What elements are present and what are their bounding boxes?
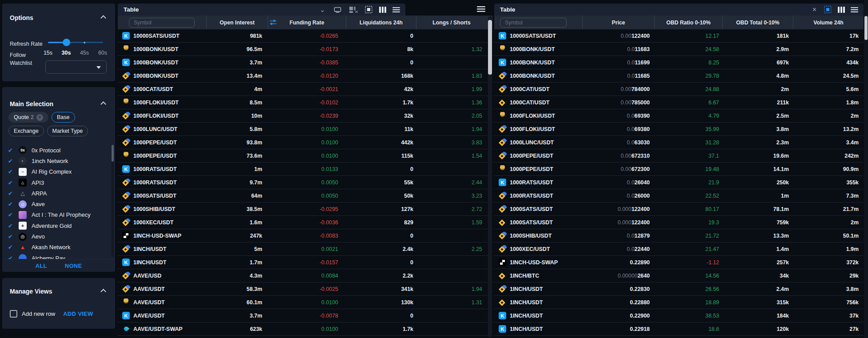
checkbox-checked-icon[interactable]: ✔ — [8, 158, 17, 164]
right-symbol-filter-input[interactable] — [500, 18, 567, 28]
table-row[interactable]: 1000SHIB/USDT0.01287921.7213.3m50.1m — [494, 229, 864, 243]
table-row[interactable]: 1000CAT/USDT4m-0.002142k1.99 — [118, 83, 492, 96]
table-row[interactable]: AAVE/USDT3.7m-0.00780 — [118, 309, 492, 322]
checkbox-checked-icon[interactable]: ✔ — [8, 233, 17, 240]
heatmap-view-icon[interactable] — [365, 6, 372, 13]
tick-60s[interactable]: 60s — [96, 50, 110, 56]
table-row[interactable]: 1000RATS/USDT9.7m0.005055k2.44 — [118, 176, 492, 189]
table-row[interactable]: 1000PEPE/USDT93.8m0.0100442k3.83 — [118, 136, 492, 149]
select-all-button[interactable]: ALL — [36, 262, 47, 269]
coin-list-item[interactable]: ✔⌣AI Rig Complex — [2, 167, 111, 177]
table-row[interactable]: 1000CAT/USDT0.0078400024.882m5.6m — [494, 83, 864, 96]
table-row[interactable]: AAVE/USD4.3m0.00842.2k — [118, 269, 492, 282]
table-row[interactable]: 1INCH-USD-SWAP0.22890-1.12257k372k — [494, 256, 864, 269]
longs-shorts-header[interactable]: Longs / Shorts — [416, 16, 487, 29]
layout-remove-icon[interactable] — [349, 6, 359, 13]
volume-header[interactable]: Volume 24h — [793, 16, 864, 29]
table-row[interactable]: 1INCH/USDT5m0.00212.4k2.25 — [118, 243, 492, 256]
coin-list-item[interactable]: ✔◐1inch Network — [2, 155, 111, 166]
chip-market-type[interactable]: Market Type — [47, 126, 88, 136]
columns-view-icon[interactable] — [379, 6, 386, 13]
refresh-rate-slider[interactable] — [48, 38, 103, 46]
checkbox-checked-icon[interactable]: ✔ — [8, 201, 17, 207]
funding-filter-icon[interactable] — [270, 20, 276, 27]
table-row[interactable]: 10000SATS/USDT981k-0.02650 — [118, 29, 492, 43]
table-row[interactable]: 1000PEPE/USDT0.0067231037.119.6m242m — [494, 149, 864, 163]
coin-list-item[interactable]: ✔△API3 — [2, 177, 111, 188]
checkbox-checked-icon[interactable]: ✔ — [8, 190, 17, 197]
checkbox-checked-icon[interactable]: ✔ — [8, 211, 17, 218]
table-row[interactable]: 1000FLOKI/USDT8.5m-0.01021.7k1.36 — [118, 96, 492, 109]
table-row[interactable]: 1000FLOKI/USDT0.06938035.993.8m13.2m — [494, 123, 864, 136]
checkbox-checked-icon[interactable]: ✔ — [8, 255, 17, 259]
table-row[interactable]: 1000CAT/USDT0.007850006.67211k1.8m — [494, 96, 864, 109]
slider-handle[interactable] — [63, 39, 70, 46]
coin-list-item[interactable]: ✔+Adventure Gold — [2, 220, 111, 231]
monitor-icon[interactable] — [334, 6, 341, 13]
table-row[interactable]: AAVE/USDT-SWAP623k0.01001.7k — [118, 322, 492, 336]
chip-base[interactable]: Base — [52, 112, 75, 123]
checkbox-checked-icon[interactable]: ✔ — [8, 147, 17, 154]
add-new-row-checkbox[interactable] — [10, 310, 17, 318]
coin-list-item[interactable]: ✔△ARPA — [2, 188, 111, 199]
collapse-main-selection-icon[interactable] — [100, 101, 106, 107]
open-interest-header[interactable]: Open Interest — [206, 16, 268, 29]
table-row[interactable]: 1000BONK/USDT96.5m-0.01738k1.32 — [118, 43, 492, 56]
table-row[interactable]: 1INCH/USDT0.2288018.89315k756k — [494, 296, 864, 309]
liquidations-header[interactable]: Liquidations 24h — [346, 16, 416, 29]
table-row[interactable]: 1INCH/USDT0.2291818.8120k27k — [494, 322, 864, 336]
menu-icon[interactable] — [392, 6, 400, 13]
tick-45s[interactable]: 45s — [77, 50, 92, 56]
tick-30s[interactable]: 30s — [59, 50, 73, 56]
checkbox-checked-icon[interactable]: ✔ — [8, 168, 17, 175]
page-scrollbar-thumb[interactable] — [864, 16, 868, 40]
table-row[interactable]: 1000RATS/USDT1m0.01330 — [118, 163, 492, 176]
checkbox-checked-icon[interactable]: ✔ — [8, 244, 17, 251]
table-row[interactable]: 1INCH-USD-SWAP247k-0.00830 — [118, 229, 492, 243]
add-view-button[interactable]: ADD VIEW — [63, 310, 93, 317]
table-row[interactable]: 1000LUNC/USDT0.06303031.282.3m3.4m — [494, 136, 864, 149]
follow-watchlist-select[interactable] — [45, 60, 107, 74]
table-row[interactable]: 1000BONK/USDT0.01168529.784.8m24.5m — [494, 69, 864, 83]
table-row[interactable]: 1INCH/USDT0.2290038.53184k37k — [494, 309, 864, 322]
table-row[interactable]: 1000FLOKI/USDT0.0693904.792.5m2m — [494, 109, 864, 123]
table-row[interactable]: 1000SATS/USDT64m0.005050k3.23 — [118, 189, 492, 203]
table-row[interactable]: 10000SATS/USDT0.0012240012.17181k17k — [494, 29, 864, 43]
table-row[interactable]: 1000BONK/USDT3.7m-0.03850 — [118, 56, 492, 69]
chip-remove-icon[interactable]: ✕ — [36, 114, 43, 121]
price-header[interactable]: Price — [582, 16, 654, 29]
close-icon[interactable]: ✕ — [811, 6, 818, 13]
chip-quote[interactable]: Quote 2 ✕ — [8, 112, 48, 123]
coin-list-item[interactable]: ✔◎Aevo — [2, 231, 111, 242]
table-row[interactable]: 1000BONK/USDT0.01168324.582.9m7.2m — [494, 43, 864, 56]
mid-symbol-filter-input[interactable] — [129, 18, 195, 28]
obd-total-header[interactable]: OBD Total 0-10% — [722, 16, 793, 29]
coin-list-scrollbar-thumb[interactable] — [112, 145, 114, 162]
tick-15s[interactable]: 15s — [41, 50, 55, 56]
table-row[interactable]: 1000SATS/USDT0.00012240019.3759k2m — [494, 216, 864, 229]
table-row[interactable]: 1000SHIB/USDT38.5m-0.0295127k2.72 — [118, 203, 492, 216]
table-row[interactable]: 1000PEPE/USDT0.0067230019.4814.1m90.9m — [494, 163, 864, 176]
columns-view-icon[interactable] — [837, 6, 845, 13]
table-row[interactable]: 1000BONK/USDT0.0116998.25697k434k — [494, 56, 864, 69]
checkbox-checked-icon[interactable]: ✔ — [8, 223, 17, 229]
select-none-button[interactable]: NONE — [65, 262, 82, 269]
obd-ratio-header[interactable]: OBD Ratio 0-10% — [654, 16, 722, 29]
table-row[interactable]: 1000XEC/USDT0.02244021.471.4m1.9m — [494, 243, 864, 256]
table-row[interactable]: 1000RATS/USDT0.02600022.521m7.3m — [494, 189, 864, 203]
table-row[interactable]: 1000RATS/USDT0.02604021.9250k355k — [494, 176, 864, 189]
table-row[interactable]: 1INCH/BTC0.00000264014.5634k29k — [494, 269, 864, 282]
coin-list-item[interactable]: ✔Alchemy Pay — [2, 253, 111, 259]
table-row[interactable]: 1INCH/USDT0.2283026.562.4m3.8m — [494, 282, 864, 296]
table-row[interactable]: 1000BONK/USDT13.4m-0.0120168k1.83 — [118, 69, 492, 83]
table-row[interactable]: 1INCH/USDT1.7m-0.01570 — [118, 256, 492, 269]
mid-table-scrollbar-thumb[interactable] — [488, 20, 492, 75]
panel-menu-icon[interactable] — [477, 6, 485, 14]
coin-list-item[interactable]: ✔▲Akash Network — [2, 242, 111, 253]
chip-exchange[interactable]: Exchange — [8, 126, 44, 136]
menu-icon[interactable] — [851, 6, 858, 13]
heatmap-view-active-icon[interactable] — [824, 6, 832, 13]
collapse-options-icon[interactable] — [100, 15, 106, 21]
funding-rate-header[interactable]: Funding Rate — [268, 16, 346, 29]
coin-list-item[interactable]: ✔0x0x Protocol — [2, 145, 111, 155]
